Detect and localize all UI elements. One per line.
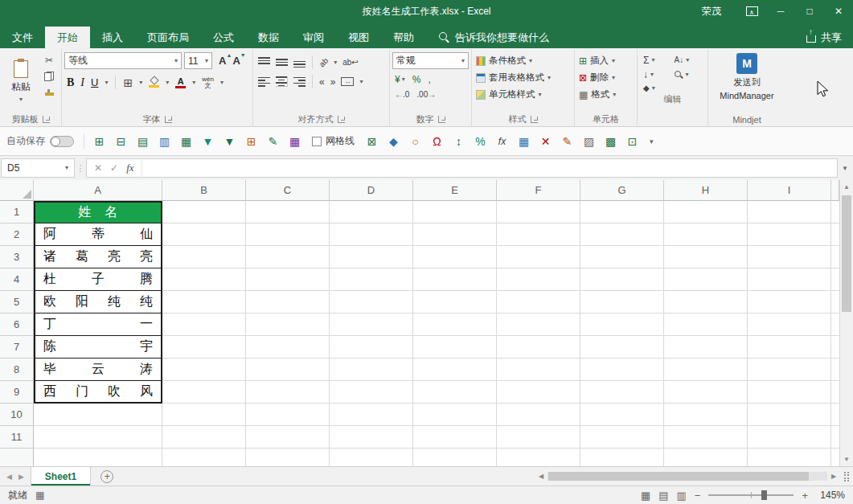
underline-button[interactable]: U [91,76,98,88]
cell-b1[interactable] [162,201,246,223]
cell-styles-button[interactable]: 单元格样式▾ [474,86,572,103]
cell-f8[interactable] [497,359,580,381]
align-top-icon[interactable] [258,57,270,68]
paste-button[interactable]: 粘贴 ▾ [2,50,39,113]
cancel-icon[interactable]: ✕ [94,162,102,174]
clear-button[interactable]: ◆▾ [643,84,671,92]
column-header-b[interactable]: B [162,180,246,201]
ribbon-display-options-button[interactable]: ∧ [737,0,766,23]
cell-g6[interactable] [580,313,664,336]
cell-i2[interactable] [748,223,831,246]
tab-split-handle[interactable] [844,472,849,481]
name-header-cell[interactable]: 姓名 [34,201,162,223]
font-dialog-launcher-icon[interactable] [165,116,172,123]
cell-d7[interactable] [330,336,413,359]
cell-f10[interactable] [497,404,580,426]
cell-e10[interactable] [413,404,497,426]
format-as-table-button[interactable]: 套用表格格式▾ [474,69,572,86]
accounting-format-icon[interactable]: ¥▾ [395,74,405,85]
cell-f3[interactable] [497,246,580,268]
draw-borders-icon[interactable]: ▦ [285,131,305,151]
cell-g9[interactable] [580,381,664,404]
picture-icon[interactable]: ▩ [601,131,621,151]
cell-b7[interactable] [162,336,246,359]
sheet-nav-left-icon[interactable]: ◀ [6,473,12,481]
phonetic-guide-icon[interactable]: wén文 [202,76,214,89]
new-sheet-button[interactable]: + [100,470,113,483]
formula-input[interactable] [141,158,838,178]
tab-insert[interactable]: 插入 [90,27,135,48]
increase-decimal-icon[interactable]: ←.0 [395,90,409,99]
cell-b10[interactable] [162,404,246,426]
scroll-up-icon[interactable]: ▲ [840,180,853,194]
cell-g7[interactable] [580,336,664,359]
cell-h2[interactable] [664,223,748,246]
select-all-button[interactable] [0,180,34,201]
symbol-omega-icon[interactable]: Ω [427,131,447,151]
cell-h9[interactable] [664,381,748,404]
cell-h7[interactable] [664,336,748,359]
tab-page-layout[interactable]: 页面布局 [135,27,201,48]
cell-e9[interactable] [413,381,497,404]
increase-font-size-icon[interactable]: A▲ [219,55,226,67]
row-header-9[interactable]: 9 [0,381,34,404]
cell-h6[interactable] [664,313,748,336]
cell-c8[interactable] [246,359,330,381]
cell-b3[interactable] [162,246,246,268]
circle-shape-icon[interactable]: ○ [405,131,425,151]
cell-g8[interactable] [580,359,664,381]
cell-d4[interactable] [330,268,413,291]
name-box[interactable]: D5 ▾ [1,158,75,178]
align-center-icon[interactable] [276,76,288,87]
formula-bar-expand-icon[interactable]: ▾ [838,158,852,178]
cell-d9[interactable] [330,381,413,404]
align-bottom-icon[interactable] [293,57,306,68]
fill-button[interactable]: ↓▾ [643,70,671,80]
decrease-decimal-icon[interactable]: .00→ [416,90,436,99]
row-header-8[interactable]: 8 [0,359,34,381]
cell-d8[interactable] [330,359,413,381]
tab-view[interactable]: 视图 [336,27,381,48]
cell-b4[interactable] [162,268,246,291]
insert-function-icon[interactable]: fx [126,162,133,174]
cell-g5[interactable] [580,291,664,313]
row-header-11[interactable]: 11 [0,426,34,449]
cell-i7[interactable] [748,336,831,359]
cell-e1[interactable] [413,201,497,223]
cell-g1[interactable] [580,201,664,223]
wrap-text-icon[interactable]: ab↩ [342,58,359,67]
tab-data[interactable]: 数据 [246,27,291,48]
percent-style-icon[interactable]: % [412,74,421,85]
borders-icon[interactable]: ⊞ [123,77,133,88]
cell-c11[interactable] [246,426,330,449]
cell-c9[interactable] [246,381,330,404]
format-table-icon[interactable]: ▦ [176,131,196,151]
cell-c7[interactable] [246,336,330,359]
cell-d10[interactable] [330,404,413,426]
cell-h1[interactable] [664,201,748,223]
vertical-scrollbar[interactable]: ▲ ▼ [839,180,853,466]
cell-f1[interactable] [497,201,580,223]
cell-c10[interactable] [246,404,330,426]
toolbar-overflow-icon[interactable]: ▾ [645,137,658,145]
bold-button[interactable]: B [67,76,74,89]
cell-h11[interactable] [664,426,748,449]
table-grid-icon[interactable]: ⊞ [89,131,109,151]
orientation-icon[interactable]: ab [318,56,330,69]
minimize-button[interactable]: ─ [766,0,795,23]
cell-a10[interactable] [34,404,162,426]
name-cell-row-5[interactable]: 欧阳纯纯 [34,291,162,313]
number-format-select[interactable]: 常规▾ [392,52,469,69]
cell-f9[interactable] [497,381,580,404]
comment-icon[interactable]: ✎ [557,131,577,151]
delete-icon[interactable]: ✕ [535,131,556,151]
send-to-mindmanager-button[interactable]: M 发送到 MindManager [720,53,773,113]
delete-cells-button[interactable]: ⊠删除▾ [577,69,634,86]
edit-pencil-icon[interactable]: ✎ [263,131,283,151]
column-header-c[interactable]: C [246,180,330,201]
align-left-icon[interactable] [258,76,270,87]
copy-icon[interactable] [41,70,57,82]
insert-cells-icon[interactable]: ⊟ [111,131,131,151]
row-header-10[interactable]: 10 [0,404,34,426]
cell-c5[interactable] [246,291,330,313]
